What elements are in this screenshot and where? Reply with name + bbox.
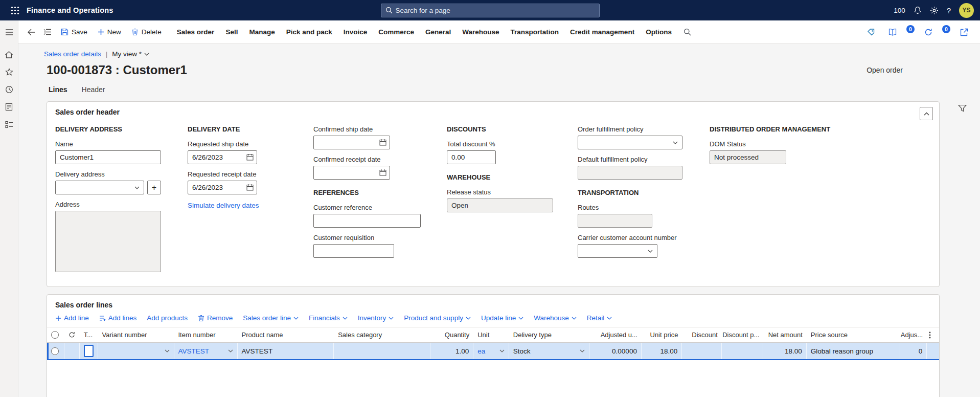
col-header-adjusted-unit[interactable]: Adjusted u... [589,327,642,342]
net-amount-cell[interactable]: 18.00 [763,343,806,359]
discount-percent-cell[interactable] [722,343,763,359]
tab-header[interactable]: Header [82,85,105,95]
menu-product-and-supply[interactable]: Product and supply [404,314,471,322]
tab-credit-management[interactable]: Credit management [564,24,640,40]
menu-toggle-icon[interactable] [0,24,18,41]
address-field [55,211,161,272]
delivery-address-dropdown[interactable] [55,181,144,194]
unit-cell[interactable]: ea [473,343,509,359]
row-select-radio[interactable] [51,347,59,355]
name-field[interactable] [55,150,161,164]
save-button[interactable]: Save [56,24,92,40]
sales-order-line-row[interactable]: AVSTEST AVSTEST 1.00 ea Stock [47,343,939,360]
search-input[interactable] [396,7,595,14]
favorites-star-icon[interactable] [0,63,18,81]
delete-button[interactable]: Delete [127,24,166,40]
app-launcher-waffle-icon[interactable] [6,2,24,19]
add-line-button[interactable]: Add line [55,314,89,322]
add-lines-button[interactable]: Add lines [99,314,137,322]
tab-manage[interactable]: Manage [243,24,280,40]
recent-clock-icon[interactable] [0,81,18,98]
tab-general[interactable]: General [420,24,457,40]
col-header-sales-category[interactable]: Sales category [334,327,430,342]
menu-financials[interactable]: Financials [309,314,348,322]
col-header-unit[interactable]: Unit [473,327,509,342]
tab-sales-order[interactable]: Sales order [171,24,220,40]
breadcrumb-page-link[interactable]: Sales order details [44,50,101,58]
col-header-quantity[interactable]: Quantity [430,327,473,342]
tab-pick-and-pack[interactable]: Pick and pack [281,24,338,40]
simulate-delivery-dates-link[interactable]: Simulate delivery dates [188,202,259,209]
radio-icon [51,331,59,339]
customer-reference-field[interactable] [313,214,421,228]
discount-cell[interactable] [682,343,722,359]
type-cell[interactable] [80,343,98,359]
page-search-box[interactable] [381,4,600,17]
col-header-type[interactable]: T... [80,327,98,342]
report-ribbon-icon[interactable] [863,25,879,40]
column-options-kebab-icon[interactable] [927,327,939,342]
variant-number-cell[interactable] [98,343,174,359]
menu-warehouse[interactable]: Warehouse [534,314,577,322]
menu-update-line[interactable]: Update line [481,314,523,322]
back-arrow-icon[interactable] [24,25,39,40]
carrier-customer-account-dropdown[interactable] [578,244,657,258]
add-products-button[interactable]: Add products [147,314,188,322]
confirmed-receipt-date-field[interactable] [313,166,390,180]
action-search-icon[interactable] [679,25,695,40]
unit-price-cell[interactable]: 18.00 [642,343,682,359]
remove-line-button[interactable]: Remove [198,314,233,322]
adjusted-unit-cell[interactable]: 0.00000 [589,343,642,359]
item-number-cell[interactable]: AVSTEST [174,343,238,359]
col-header-net-amount[interactable]: Net amount [763,327,806,342]
col-header-price-source[interactable]: Price source [807,327,901,342]
col-header-product-name[interactable]: Product name [238,327,334,342]
tab-transportation[interactable]: Transportation [505,24,565,40]
customer-requisition-field[interactable] [313,244,394,258]
adjusted2-cell[interactable]: 0 [900,343,927,359]
col-header-discount-percent[interactable]: Discount p... [722,327,763,342]
requested-ship-date-field[interactable] [188,150,257,164]
nav-list-icon[interactable] [40,25,55,40]
view-selector[interactable]: My view * [112,50,149,58]
col-header-delivery-type[interactable]: Delivery type [509,327,589,342]
notifications-bell-icon[interactable] [914,6,922,14]
select-all-radio[interactable] [47,327,64,342]
tab-commerce[interactable]: Commerce [373,24,420,40]
book-icon[interactable] [885,25,900,40]
tab-sell[interactable]: Sell [220,24,243,40]
col-header-adjusted2[interactable]: Adjus... [900,327,927,342]
settings-gear-icon[interactable] [930,6,939,15]
product-name-cell[interactable]: AVSTEST [238,343,334,359]
quantity-cell[interactable]: 1.00 [430,343,473,359]
tab-warehouse[interactable]: Warehouse [457,24,505,40]
add-address-button[interactable]: + [147,181,161,194]
menu-retail[interactable]: Retail [587,314,612,322]
help-icon[interactable]: ? [947,6,951,15]
menu-inventory[interactable]: Inventory [358,314,394,322]
tab-options[interactable]: Options [640,24,677,40]
filter-funnel-icon[interactable] [958,104,967,112]
total-discount-field[interactable] [447,150,496,164]
delivery-type-cell[interactable]: Stock [509,343,589,359]
order-fulfillment-policy-dropdown[interactable] [578,136,682,149]
tab-invoice[interactable]: Invoice [338,24,373,40]
collapse-section-button[interactable] [920,107,933,120]
tab-lines[interactable]: Lines [49,85,67,95]
col-header-item-number[interactable]: Item number [174,327,238,342]
user-avatar[interactable]: YS [959,3,974,18]
forms-icon[interactable] [0,98,18,116]
price-source-cell[interactable]: Global reason group [807,343,901,359]
col-header-variant-number[interactable]: Variant number [98,327,174,342]
home-icon[interactable] [0,46,18,63]
col-header-discount[interactable]: Discount [682,327,722,342]
open-in-new-window-icon[interactable] [956,25,972,40]
requested-receipt-date-field[interactable] [188,181,257,194]
workspace-list-icon[interactable] [0,116,18,133]
sales-category-cell[interactable] [334,343,430,359]
refresh-icon[interactable] [921,25,936,40]
menu-sales-order-line[interactable]: Sales order line [243,314,299,322]
col-header-unit-price[interactable]: Unit price [642,327,682,342]
new-button[interactable]: New [93,24,126,40]
confirmed-ship-date-field[interactable] [313,136,390,149]
